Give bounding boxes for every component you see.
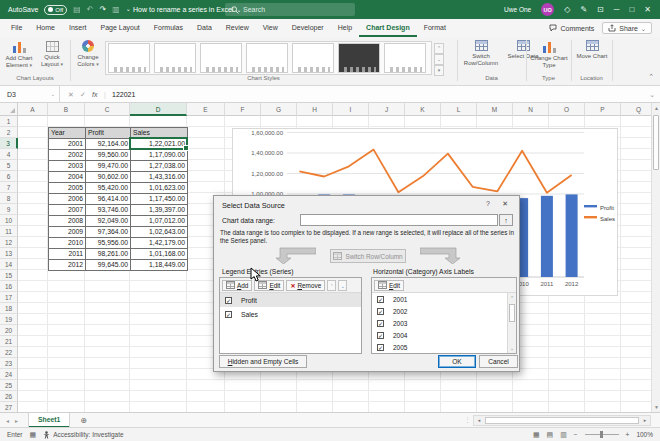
move-series-down-button[interactable]: ⌄ (338, 280, 347, 291)
cell-C12[interactable]: 98,261.00 (86, 249, 131, 260)
horizontal-scrollbar[interactable]: ◂ ▸ (473, 415, 651, 426)
cell-C7[interactable]: 96,414.00 (86, 194, 131, 205)
change-chart-type-button[interactable]: Change Chart Type (529, 39, 569, 68)
chart-style-thumbnail[interactable] (384, 43, 426, 73)
cell-D12[interactable]: 1,01,168.00 (131, 249, 188, 260)
cell-B2[interactable]: 2001 (49, 139, 86, 150)
row-header-3[interactable]: 3 (0, 138, 18, 149)
row-header-20[interactable]: 20 (0, 325, 18, 336)
cell-D8[interactable]: 1,39,397.00 (131, 205, 188, 216)
switch-row-column-button[interactable]: Switch Row/Column (460, 39, 502, 66)
axis-item-2001[interactable]: ✓2001 (372, 293, 507, 305)
quick-layout-button[interactable]: Quick Layout ▾ (37, 39, 67, 67)
cell-D4[interactable]: 1,27,038.00 (131, 161, 188, 172)
series-item-sales[interactable]: ✓Sales (220, 307, 361, 321)
menu-tab-data[interactable]: Data (190, 19, 219, 37)
chart-style-thumbnail[interactable] (292, 43, 334, 73)
cell-D10[interactable]: 1,02,643.00 (131, 227, 188, 238)
menu-tab-view[interactable]: View (256, 19, 285, 37)
remove-series-button[interactable]: ✕Remove (286, 280, 325, 291)
row-header-23[interactable]: 23 (0, 358, 18, 369)
series-checkbox[interactable]: ✓ (225, 297, 232, 304)
autosave-toggle[interactable]: Off (44, 5, 67, 15)
row-header-2[interactable]: 2 (0, 127, 18, 138)
row-header-14[interactable]: 14 (0, 259, 18, 270)
select-all-corner[interactable] (0, 103, 18, 116)
touch-mode-icon[interactable]: ▥ (112, 0, 120, 19)
cell-D5[interactable]: 1,43,316.00 (131, 172, 188, 183)
insert-function-icon[interactable]: fx (92, 86, 97, 103)
chart-style-thumbnail[interactable] (200, 43, 242, 73)
vertical-scrollbar[interactable]: ▲ ▼ (651, 103, 660, 412)
column-header-P[interactable]: P (585, 103, 621, 116)
row-header-6[interactable]: 6 (0, 171, 18, 182)
sheet-tab-sheet1[interactable]: Sheet1 (28, 413, 70, 428)
normal-view-icon[interactable]: ▦ (533, 431, 540, 439)
ok-button[interactable]: OK (438, 355, 476, 368)
chart-style-thumbnail[interactable] (338, 43, 380, 73)
axis-checkbox[interactable]: ✓ (377, 320, 384, 327)
axis-item-2002[interactable]: ✓2002 (372, 305, 507, 317)
cell-B9[interactable]: 2008 (49, 216, 86, 227)
cell-B10[interactable]: 2009 (49, 227, 86, 238)
cell-B13[interactable]: 2012 (49, 260, 86, 271)
column-header-E[interactable]: E (187, 103, 225, 116)
cell-B4[interactable]: 2003 (49, 161, 86, 172)
page-break-view-icon[interactable]: ▥ (560, 431, 567, 439)
row-header-22[interactable]: 22 (0, 347, 18, 358)
chart-style-thumbnail[interactable] (246, 43, 288, 73)
cell-D2[interactable]: 1,22,021.00 (131, 139, 188, 150)
cell-B7[interactable]: 2006 (49, 194, 86, 205)
menu-tab-file[interactable]: File (4, 19, 29, 37)
expand-formula-bar-icon[interactable]: ⌄ (649, 86, 655, 103)
tab-splitter-icon[interactable]: ⋮ (464, 416, 471, 424)
row-header-15[interactable]: 15 (0, 270, 18, 281)
customize-qat-icon[interactable]: ⌄ (126, 0, 131, 19)
header-cell-year[interactable]: Year (49, 128, 86, 139)
axis-item-2004[interactable]: ✓2004 (372, 329, 507, 341)
menu-tab-chart-design[interactable]: Chart Design (359, 19, 417, 37)
scroll-left-icon[interactable]: ◂ (474, 416, 484, 425)
chart-style-thumbnail[interactable] (108, 43, 150, 73)
cancel-button[interactable]: Cancel (479, 355, 518, 368)
cell-D6[interactable]: 1,01,623.00 (131, 183, 188, 194)
column-header-B[interactable]: B (48, 103, 85, 116)
minimize-button[interactable]: ─ (614, 5, 620, 14)
axis-item-2003[interactable]: ✓2003 (372, 317, 507, 329)
axis-checkbox[interactable]: ✓ (377, 308, 384, 315)
user-name[interactable]: Uwe One (504, 6, 531, 13)
row-header-7[interactable]: 7 (0, 182, 18, 193)
name-box[interactable]: D3 ⌄ (0, 86, 60, 103)
save-icon[interactable]: ▤ (73, 0, 81, 19)
row-header-21[interactable]: 21 (0, 336, 18, 347)
cell-C13[interactable]: 99,645.00 (86, 260, 131, 271)
zoom-slider-thumb[interactable] (600, 431, 603, 438)
scroll-up-icon[interactable]: ▲ (652, 103, 660, 113)
enter-icon[interactable]: ✓ (80, 86, 86, 103)
avatar[interactable]: UO (541, 3, 554, 16)
row-header-1[interactable]: 1 (0, 116, 18, 127)
add-series-button[interactable]: Add (222, 280, 252, 291)
cell-D3[interactable]: 1,17,090.00 (131, 150, 188, 161)
scroll-right-icon[interactable]: ▸ (640, 416, 650, 425)
column-header-N[interactable]: N (513, 103, 549, 116)
column-header-M[interactable]: M (477, 103, 513, 116)
search-box[interactable]: Search (225, 3, 355, 16)
dialog-close-button[interactable]: ✕ (502, 200, 508, 208)
column-header-O[interactable]: O (549, 103, 585, 116)
cell-C2[interactable]: 92,164.00 (86, 139, 131, 150)
gallery-scroll-down-icon[interactable]: ⌄ (434, 54, 444, 65)
cell-B12[interactable]: 2011 (49, 249, 86, 260)
cell-C8[interactable]: 93,746.00 (86, 205, 131, 216)
move-chart-button[interactable]: Move Chart (574, 39, 610, 60)
axis-checkbox[interactable]: ✓ (377, 344, 384, 351)
zoom-in-icon[interactable]: + (626, 431, 630, 438)
column-header-A[interactable]: A (18, 103, 48, 116)
hidden-and-empty-cells-button[interactable]: Hidden and Empty Cells (219, 355, 307, 368)
sheet-nav-right-icon[interactable]: ▸ (15, 417, 18, 424)
row-header-25[interactable]: 25 (0, 380, 18, 391)
menu-tab-formulas[interactable]: Formulas (147, 19, 190, 37)
share-button[interactable]: Share ⌄ (602, 22, 652, 34)
cell-C10[interactable]: 97,364.00 (86, 227, 131, 238)
zoom-level[interactable]: 100% (636, 431, 653, 438)
